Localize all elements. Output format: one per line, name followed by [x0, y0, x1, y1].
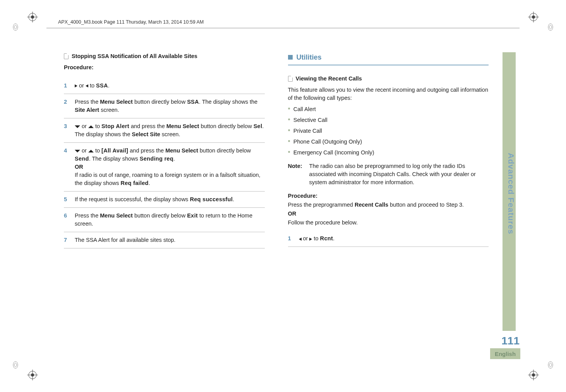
- bold-text: Menu Select: [100, 99, 133, 105]
- mono-text: Sending req: [140, 156, 173, 162]
- mono-text: Exit: [187, 212, 198, 219]
- text: and press the: [128, 147, 165, 154]
- svg-point-15: [532, 373, 535, 377]
- step-row: 2 Press the Menu Select button directly …: [64, 94, 265, 118]
- step-body: or to Stop Alert and press the Menu Sele…: [75, 122, 265, 139]
- procedure-label: Procedure:: [64, 63, 265, 72]
- mono-text: Rcnt: [320, 235, 333, 241]
- step-number: 7: [64, 236, 69, 244]
- text: Press the: [75, 99, 100, 105]
- section-title: Utilities: [297, 52, 322, 62]
- binder-ring-icon: [12, 361, 19, 369]
- text: to: [312, 235, 320, 241]
- step-row: 5 If the request is successful, the disp…: [64, 192, 265, 208]
- binder-ring-icon: [547, 361, 554, 369]
- list-item: •Phone Call (Outgoing Only): [288, 138, 489, 146]
- mono-text: Sel: [254, 123, 262, 129]
- left-arrow-icon: [299, 238, 302, 241]
- list-text: Selective Call: [293, 116, 328, 124]
- step-body: or to [All Avail] and press the Menu Sel…: [75, 147, 265, 187]
- side-tab: Advanced Features: [503, 52, 516, 331]
- text: button directly below: [133, 212, 187, 219]
- section-tab-label: Advanced Features: [503, 52, 516, 331]
- svg-point-18: [13, 361, 18, 368]
- step-row: 6 Press the Menu Select button directly …: [64, 208, 265, 232]
- mono-text: Req successful: [190, 196, 233, 202]
- step-number: 5: [64, 195, 69, 204]
- list-text: Call Alert: [293, 105, 316, 113]
- bullet-icon: •: [288, 116, 290, 123]
- text: screen.: [99, 107, 119, 113]
- registration-mark-icon: [27, 370, 38, 380]
- text: .: [173, 156, 175, 162]
- note-label: Note:: [288, 162, 302, 187]
- heading-text: Viewing the Recent Calls: [296, 75, 362, 83]
- registration-mark-icon: [528, 12, 539, 22]
- bullet-icon: •: [288, 105, 290, 112]
- or-text: OR: [288, 210, 489, 218]
- bullet-icon: •: [288, 149, 290, 156]
- page-number-block: 111: [496, 335, 520, 347]
- left-column: Stopping SSA Notification of All Availab…: [64, 52, 265, 248]
- svg-point-3: [31, 15, 34, 19]
- step-body: Press the Menu Select button directly be…: [75, 98, 265, 114]
- text: or: [80, 147, 88, 154]
- text: .: [333, 235, 334, 241]
- mono-text: Send: [75, 156, 89, 162]
- step-row: 3 or to Stop Alert and press the Menu Se…: [64, 118, 265, 143]
- text: screen.: [160, 131, 180, 137]
- text: .: [149, 180, 150, 186]
- mono-text: Req failed: [120, 180, 148, 186]
- text: or: [80, 123, 88, 129]
- mono-text: SSA: [187, 99, 199, 105]
- header-rule: [46, 28, 520, 28]
- step-body: If the request is successful, the displa…: [75, 195, 265, 204]
- mono-text: [All Avail]: [101, 147, 128, 154]
- text: button and proceed to Step 3.: [388, 202, 464, 208]
- two-column-layout: Stopping SSA Notification of All Availab…: [64, 52, 489, 248]
- bold-text: Menu Select: [100, 212, 133, 219]
- step-number: 1: [64, 82, 69, 90]
- up-arrow-icon: [88, 125, 94, 128]
- note-body: The radio can also be preprogrammed to l…: [309, 162, 489, 187]
- step-body: or to Rcnt.: [299, 235, 489, 243]
- down-arrow-icon: [75, 125, 80, 128]
- note-block: Note: The radio can also be preprogramme…: [288, 162, 489, 187]
- svg-point-23: [549, 363, 552, 367]
- step-number: 6: [64, 212, 69, 228]
- list-item: •Call Alert: [288, 105, 489, 113]
- text: .: [108, 82, 110, 89]
- list-item: •Private Call: [288, 127, 489, 135]
- procedure-label: Procedure:: [288, 192, 489, 200]
- step-body: The SSA Alert for all available sites st…: [75, 236, 265, 244]
- step-row: 4 or to [All Avail] and press the Menu S…: [64, 143, 265, 192]
- bold-text: Menu Select: [165, 147, 198, 154]
- mono-text: Stop Alert: [101, 123, 129, 129]
- svg-point-16: [13, 24, 18, 31]
- text: . The display shows the: [199, 99, 257, 105]
- bold-text: Recent Calls: [355, 202, 388, 208]
- svg-point-19: [14, 363, 17, 367]
- english-label-box: English: [490, 348, 520, 359]
- registration-mark-icon: [27, 12, 38, 22]
- list-text: Emergency Call (Incoming Only): [293, 149, 374, 157]
- bold-text: Menu Select: [166, 123, 199, 129]
- section-heading: Utilities: [288, 52, 489, 62]
- svg-point-17: [14, 25, 17, 29]
- or-text: OR: [75, 164, 83, 170]
- intro-text: This feature allows you to view the rece…: [288, 86, 489, 102]
- text: to: [94, 147, 101, 154]
- step-body: Press the Menu Select button directly be…: [75, 212, 265, 228]
- heading-text: Stopping SSA Notification of All Availab…: [72, 52, 197, 60]
- bullet-icon: •: [288, 127, 290, 134]
- step-row: 1 or to Rcnt.: [288, 231, 489, 247]
- list-item: •Emergency Call (Incoming Only): [288, 149, 489, 157]
- header-line: APX_4000_M3.book Page 111 Thursday, Marc…: [58, 19, 204, 25]
- step-number: 1: [288, 235, 293, 243]
- bullet-icon: •: [288, 138, 290, 145]
- text: button directly below: [133, 99, 187, 105]
- step-number: 4: [64, 147, 69, 187]
- text: and press the: [129, 123, 166, 129]
- text: Press the preprogrammed: [288, 202, 355, 208]
- step-number: 3: [64, 122, 69, 139]
